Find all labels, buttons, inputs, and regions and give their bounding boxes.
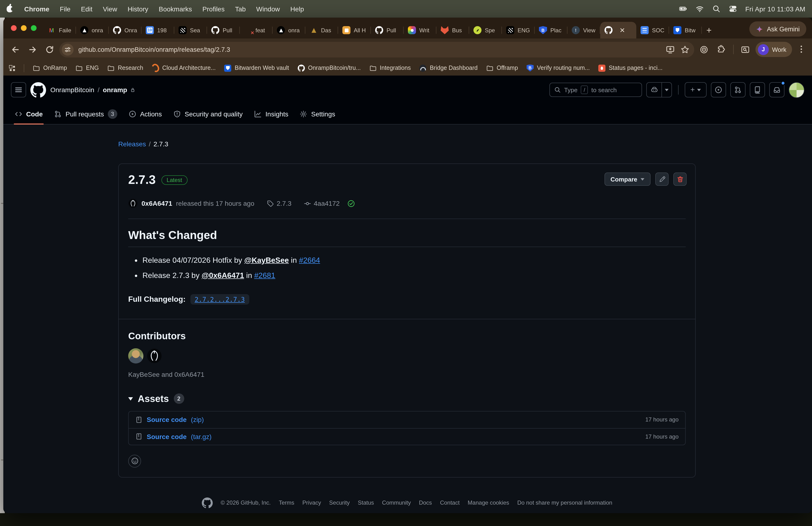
browser-tab[interactable]: Faile	[43, 22, 76, 39]
footer-link[interactable]: Do not share my personal information	[517, 499, 612, 506]
delete-release-button[interactable]	[673, 172, 687, 186]
menubar-item[interactable]: Tab	[235, 5, 246, 13]
browser-tab[interactable]: Pull	[207, 22, 240, 39]
menubar-item[interactable]: Help	[290, 5, 304, 13]
extensions-icon[interactable]	[714, 42, 728, 57]
bookmark-star-icon[interactable]	[680, 45, 690, 54]
browser-tab[interactable]: Spe	[469, 22, 502, 39]
browser-tab[interactable]: View	[567, 22, 600, 39]
browser-tab[interactable]: feat	[240, 22, 273, 39]
github-nav-menu-button[interactable]	[11, 82, 26, 97]
pull-requests-button[interactable]	[730, 82, 745, 97]
bookmark-item[interactable]: Offramp	[486, 65, 518, 72]
menubar-item[interactable]: Edit	[81, 5, 92, 13]
asset-download-link[interactable]: Source code	[147, 432, 187, 440]
repo-nav-item[interactable]: Pull requests 3	[49, 104, 122, 124]
zoom-window-button[interactable]	[31, 25, 37, 31]
bookmark-item[interactable]: Bridge Dashboard	[419, 65, 478, 72]
browser-menu-icon[interactable]	[797, 45, 806, 54]
create-new-button[interactable]: +	[685, 82, 707, 97]
add-reaction-button[interactable]	[128, 454, 141, 467]
notifications-button[interactable]	[769, 82, 784, 97]
github-search-input[interactable]: Type / to search	[549, 83, 642, 97]
author-avatar[interactable]	[128, 199, 138, 208]
spotlight-search-icon[interactable]	[712, 5, 720, 13]
repo-nav-item[interactable]: Actions	[124, 104, 167, 124]
wifi-icon[interactable]	[695, 5, 704, 13]
user-mention-link[interactable]: @0x6A6471	[202, 271, 244, 280]
menubar-item[interactable]: File	[60, 5, 71, 13]
close-window-button[interactable]	[11, 25, 17, 31]
browser-tab[interactable]: Bitw	[669, 22, 702, 39]
url-text[interactable]: github.com/OnrampBitcoin/onramp/releases…	[78, 46, 661, 53]
footer-link[interactable]: Status	[358, 499, 374, 506]
bookmark-item[interactable]: Cloud Architecture...	[152, 65, 216, 72]
changelog-compare-link[interactable]: 2.7.2...2.7.3	[190, 294, 249, 304]
control-center-icon[interactable]	[729, 5, 737, 13]
menubar-item[interactable]: Chrome	[24, 5, 49, 13]
tag-group[interactable]: 2.7.3	[267, 200, 291, 207]
commit-group[interactable]: 4aa4172	[304, 200, 340, 207]
contributor-avatar-0x6a6471[interactable]	[147, 348, 162, 363]
footer-link[interactable]: Manage cookies	[468, 499, 509, 506]
user-avatar[interactable]	[789, 82, 804, 98]
battery-icon[interactable]	[679, 5, 687, 13]
bookmark-item[interactable]: OnRamp	[33, 65, 67, 72]
side-panel-search-icon[interactable]	[738, 42, 753, 57]
issues-button[interactable]	[711, 82, 726, 97]
repo-nav-item[interactable]: Code	[10, 104, 47, 124]
bookmark-item[interactable]: OnrampBitcoin/tru...	[298, 65, 361, 72]
menubar-item[interactable]: Bookmarks	[159, 5, 192, 13]
ask-gemini-button[interactable]: Ask Gemini	[749, 22, 806, 37]
pr-link[interactable]: #2681	[254, 271, 275, 280]
footer-link[interactable]: Contact	[440, 499, 460, 506]
browser-tab[interactable]: Das	[305, 22, 338, 39]
address-bar[interactable]: github.com/OnrampBitcoin/onramp/releases…	[59, 42, 694, 57]
browser-tab[interactable]: SOC	[636, 22, 669, 39]
bookmark-item[interactable]: Verify routing num...	[527, 65, 590, 72]
install-app-icon[interactable]	[666, 45, 675, 54]
browser-tab[interactable]: Onra	[109, 22, 142, 39]
user-mention-link[interactable]: @KayBeSee	[244, 256, 289, 264]
repo-nav-item[interactable]: Insights	[249, 104, 293, 124]
new-tab-button[interactable]: +	[702, 22, 716, 39]
edit-release-button[interactable]	[655, 172, 669, 186]
browser-tab[interactable]: onra	[273, 22, 305, 39]
profile-chip[interactable]: J Work	[755, 42, 792, 57]
repo-nav-item[interactable]: Security and quality	[169, 104, 247, 124]
footer-link[interactable]: Privacy	[303, 499, 321, 506]
author-name[interactable]: 0x6A6471	[142, 200, 172, 207]
asset-download-link[interactable]: Source code	[147, 416, 187, 423]
bookmark-item[interactable]: Integrations	[369, 65, 411, 72]
apps-grid-icon[interactable]	[9, 65, 15, 71]
site-settings-icon[interactable]	[62, 43, 74, 55]
org-link[interactable]: OnrampBitcoin	[50, 86, 94, 94]
menubar-item[interactable]: Profiles	[203, 5, 224, 13]
browser-tab[interactable]: 198	[142, 22, 174, 39]
github-logo-icon[interactable]	[30, 82, 46, 98]
browser-tab[interactable]: Bus	[436, 22, 469, 39]
reload-button[interactable]	[42, 42, 57, 57]
footer-link[interactable]: Community	[382, 499, 411, 506]
browser-tab[interactable]: Plac	[535, 22, 567, 39]
forward-button[interactable]	[25, 42, 40, 57]
repo-nav-item[interactable]: Settings	[295, 104, 340, 124]
releases-link[interactable]: Releases	[118, 140, 146, 148]
screen-share-icon[interactable]	[697, 42, 711, 57]
tab-close-icon[interactable]	[619, 27, 626, 34]
browser-tab[interactable]: Pull	[371, 22, 404, 39]
browser-tab[interactable]: All H	[338, 22, 371, 39]
footer-link[interactable]: Docs	[419, 499, 432, 506]
browser-tab[interactable]: Sea	[174, 22, 207, 39]
verified-badge-icon[interactable]	[347, 199, 356, 208]
browser-tab[interactable]: Writ	[404, 22, 436, 39]
minimize-window-button[interactable]	[21, 25, 27, 31]
menubar-item[interactable]: History	[128, 5, 148, 13]
compare-button[interactable]: Compare	[604, 172, 651, 186]
back-button[interactable]	[8, 42, 22, 57]
copilot-button[interactable]	[646, 82, 672, 97]
bookmark-item[interactable]: Bitwarden Web vault	[224, 65, 289, 72]
browser-tab[interactable]: ENG	[502, 22, 535, 39]
bookmark-item[interactable]: ENG	[75, 65, 99, 72]
menubar-clock[interactable]: Fri Apr 10 11:03 AM	[745, 5, 806, 13]
